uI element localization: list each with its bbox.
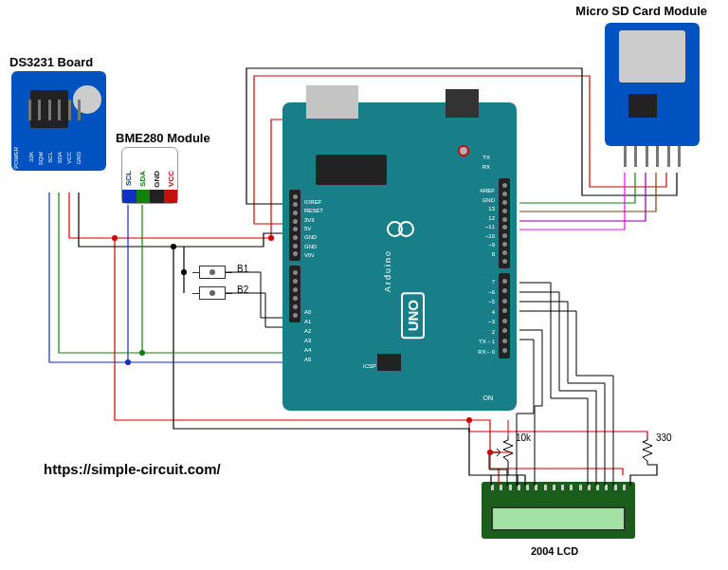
pin-dRX0: RX←0 [478,349,495,355]
pin-5v: 5V [304,226,311,231]
pin-d5: ~5 [488,299,495,304]
pin-d6: ~6 [488,289,495,295]
bme280-pin-scl: SCL [124,171,133,186]
pin-a1: A1 [304,319,311,324]
pin-ioref: IOREF [304,199,321,205]
bme280-title: BME280 Module [116,131,210,145]
on-led-label: ON [483,395,494,401]
pin-reset: RESET [304,208,323,213]
arduino-name: Arduino [383,249,392,292]
ds3231-title: DS3231 Board [9,55,93,69]
power-label: POWER [13,147,19,169]
pin-d10: ~10 [485,233,495,239]
digital-header-1 [499,178,510,268]
rx-label: RX [482,164,490,170]
pin-d7: 7 [492,279,495,285]
r2-label: 330 [656,432,672,443]
mcu-chip [316,155,387,185]
pin-d3: ~3 [488,319,495,324]
pin-d2: 2 [492,329,495,335]
ds3231-pins [28,100,81,120]
node-scl [125,359,131,365]
bme280-pin-sda: SDA [138,171,147,187]
arduino-logo-icon [387,221,420,240]
credit-url: https://simple-circuit.com/ [44,461,221,477]
usb-port [306,85,358,119]
pin-d9: ~9 [488,242,495,248]
digital-header-2 [499,273,510,359]
lcd-title: 2004 LCD [531,545,578,557]
node-vcc3 [466,417,472,423]
pin-d13: 13 [488,206,495,211]
arduino-model: UNO [401,292,425,339]
barrel-jack [446,89,479,118]
b2-label: B2 [237,285,248,295]
node-b1 [181,269,187,275]
pin-3v3: 3V3 [304,217,315,223]
bme280-pin-gnd: GND [153,171,161,188]
lcd-2004 [482,482,635,539]
icsp-header [377,354,401,371]
ds3231-pin-32k: 32K [28,152,34,162]
arduino-uno: Arduino UNO ON TX RX ICSP [282,102,517,411]
pin-dGND: GND [482,197,495,203]
pin-vin: VIN [304,252,314,258]
pin-d4: 4 [492,309,495,315]
pin-dTX1: TX→1 [479,339,495,344]
r1-label: 10k [516,432,531,443]
node-gnd [171,244,176,249]
button-b1[interactable] [199,266,226,279]
ds3231-pin-gnd: GND [76,152,82,164]
analog-header [289,266,300,322]
sd-title: Micro SD Card Module [575,4,707,18]
sd-pins [624,146,681,167]
node-sda [139,350,145,356]
tx-label: TX [482,155,490,160]
pin-a0: A0 [304,309,311,315]
ds3231-pin-sqw: SQW [38,152,44,165]
ds3231-pin-scl: SCL [47,152,53,163]
node-vcc2 [268,235,274,241]
pin-dAREF: AREF [480,188,495,193]
icsp-label: ICSP [363,363,376,369]
pin-a5: A5 [304,357,311,362]
pin-d11: ~11 [485,224,495,230]
ds3231-pin-sda: SDA [57,152,63,163]
bme280-pin-vcc: VCC [167,171,175,187]
pin-d12: 12 [488,215,495,221]
button-b2[interactable] [199,286,226,300]
node-vcc [112,235,118,241]
pin-a3: A3 [304,338,311,343]
reset-button[interactable] [458,145,469,156]
pin-a2: A2 [304,328,311,334]
pin-d8: 8 [492,251,495,257]
node-vcc4 [487,450,493,455]
sd-card-module [605,23,700,146]
power-header [289,190,300,261]
b1-label: B1 [237,264,248,274]
pin-a4: A4 [304,347,311,353]
resistor-330 [643,436,652,465]
pin-gnd: GND [304,234,317,240]
pin-gnd: GND [304,244,317,249]
ds3231-pin-vcc: VCC [66,152,72,164]
